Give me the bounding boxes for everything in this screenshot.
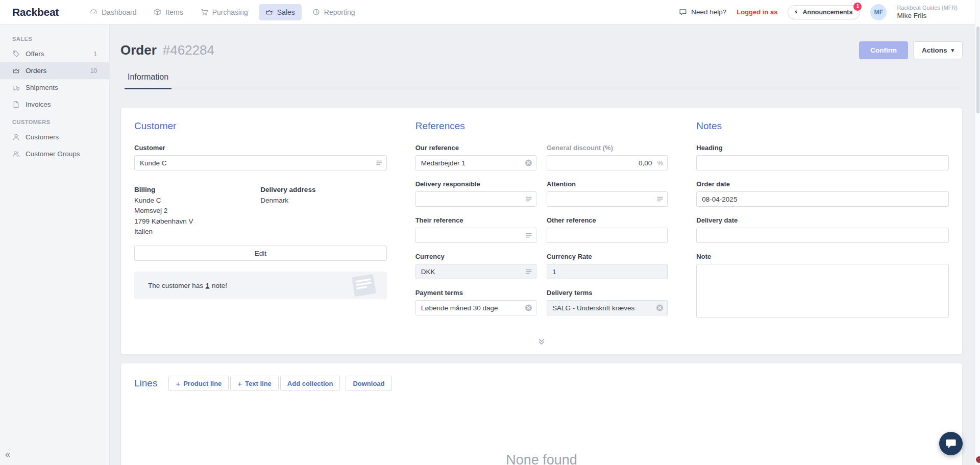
add-text-line-button[interactable]: + Text line (230, 376, 279, 391)
need-help-label: Need help? (691, 8, 726, 16)
card-expand-row (134, 330, 949, 349)
order-info-card: Customer Customer Billing Kunde C Momsve… (120, 108, 963, 355)
currency-rate-field: Currency Rate (547, 253, 668, 279)
note-text-after: note! (212, 282, 227, 289)
help-bubble-icon (679, 8, 687, 16)
delivery-date-label: Delivery date (696, 216, 949, 224)
nav-item-purchasing[interactable]: Purchasing (194, 4, 255, 20)
general-discount-field: General discount (%) % (547, 144, 668, 170)
scrollbar[interactable] (975, 0, 980, 465)
chat-widget-button[interactable] (939, 432, 963, 455)
box-icon (154, 8, 161, 16)
order-lines-card: Lines + Product line + Text line Add col… (120, 363, 963, 465)
edit-address-button[interactable]: Edit (134, 246, 387, 261)
attention-field: Attention (547, 180, 668, 207)
tab-information[interactable]: Information (125, 72, 172, 89)
sidebar-item-shipments[interactable]: Shipments (0, 79, 109, 96)
confirm-button[interactable]: Confirm (859, 41, 908, 59)
user-icon (12, 133, 20, 141)
heading-input[interactable] (696, 155, 949, 170)
clear-icon[interactable] (525, 304, 532, 312)
tag-icon (12, 50, 20, 58)
text-line-label: Text line (245, 380, 272, 387)
nav-item-label: Reporting (324, 8, 355, 16)
sidebar-item-label: Customers (26, 133, 59, 141)
nav-item-reporting[interactable]: Reporting (306, 4, 362, 20)
plus-icon: + (237, 379, 242, 388)
general-discount-input[interactable] (547, 155, 668, 170)
add-product-line-button[interactable]: + Product line (168, 376, 229, 391)
currency-field: Currency (415, 253, 536, 279)
sidebar-item-label: Invoices (26, 101, 51, 108)
delivery-date-input[interactable] (696, 228, 949, 243)
need-help-button[interactable]: Need help? (679, 8, 726, 16)
logged-in-as[interactable]: Logged in as (737, 8, 777, 16)
add-collection-button[interactable]: Add collection (280, 376, 340, 391)
list-select-icon[interactable] (376, 159, 383, 166)
clear-icon[interactable] (525, 159, 532, 167)
download-button[interactable]: Download (346, 376, 391, 391)
sidebar-item-label: Orders (26, 67, 46, 75)
list-select-icon[interactable] (656, 195, 664, 203)
payment-terms-input[interactable] (415, 300, 536, 315)
other-reference-input[interactable] (547, 228, 668, 243)
order-date-input[interactable] (696, 191, 949, 207)
brand-logo[interactable]: Rackbeat (12, 6, 59, 18)
list-select-icon[interactable] (525, 195, 532, 203)
notes-column: Notes Heading Order date (696, 120, 949, 330)
attention-input[interactable] (547, 191, 668, 207)
sidebar-item-customers[interactable]: Customers (0, 129, 109, 145)
crown-icon (12, 67, 20, 75)
delivery-address-label: Delivery address (260, 186, 386, 193)
their-reference-input[interactable] (415, 228, 536, 243)
billing-label: Billing (134, 186, 260, 193)
billing-line: 1799 København V (134, 216, 260, 227)
nav-item-sales[interactable]: Sales (259, 4, 302, 20)
delivery-responsible-field: Delivery responsible (415, 180, 536, 207)
tab-bar: Information (120, 72, 963, 89)
user-avatar[interactable]: MF (870, 4, 887, 20)
note-textarea[interactable] (696, 264, 949, 318)
our-reference-field: Our reference (415, 144, 536, 170)
other-reference-field: Other reference (547, 216, 668, 243)
user-menu[interactable]: Rackbeat Guides (MFR) Mike Friis (897, 4, 958, 20)
clear-icon[interactable] (656, 304, 664, 312)
scrollbar-thumb[interactable] (976, 27, 979, 113)
order-date-label: Order date (696, 180, 949, 188)
customer-input[interactable] (134, 155, 387, 170)
note-field: Note (696, 253, 949, 320)
other-reference-label: Other reference (547, 216, 668, 224)
nav-item-items[interactable]: Items (147, 4, 189, 20)
sidebar-item-offers[interactable]: Offers 1 (0, 45, 109, 62)
currency-rate-input[interactable] (547, 264, 668, 279)
page-title: Order #462284 (120, 42, 214, 58)
sidebar-item-invoices[interactable]: Invoices (0, 96, 109, 113)
top-navbar: Rackbeat Dashboard Items Purchasing Sale… (0, 0, 980, 25)
double-chevron-down-icon[interactable] (538, 338, 545, 345)
nav-item-dashboard[interactable]: Dashboard (83, 4, 143, 20)
customer-field: Customer (134, 144, 387, 170)
notes-heading: Notes (696, 120, 949, 132)
actions-button[interactable]: Actions ▾ (913, 41, 963, 59)
cart-icon (201, 8, 208, 16)
list-select-icon[interactable] (525, 268, 532, 275)
sidebar-item-orders[interactable]: Orders 10 (0, 62, 109, 79)
customer-note-banner[interactable]: The customer has 1 note! (134, 272, 387, 299)
nav-item-label: Items (165, 8, 183, 16)
sidebar-collapse-icon[interactable]: « (5, 449, 10, 460)
add-collection-label: Add collection (287, 380, 333, 387)
sidebar-item-customer-groups[interactable]: Customer Groups (0, 145, 109, 162)
app-body: SALES Offers 1 Orders 10 Shipments Invoi… (0, 25, 980, 465)
currency-input[interactable] (415, 264, 536, 279)
announcements-button[interactable]: Announcements 1 (788, 5, 860, 19)
offers-badge: 1 (93, 51, 97, 58)
delivery-terms-input[interactable] (547, 300, 668, 315)
announcements-badge: 1 (853, 3, 862, 11)
nav-item-label: Purchasing (212, 8, 248, 16)
delivery-responsible-input[interactable] (415, 191, 536, 207)
user-org: Rackbeat Guides (MFR) (897, 4, 958, 11)
references-column: References Our reference General discoun… (415, 120, 668, 330)
dashboard-icon (90, 8, 97, 16)
our-reference-input[interactable] (415, 155, 536, 170)
list-select-icon[interactable] (525, 232, 532, 239)
